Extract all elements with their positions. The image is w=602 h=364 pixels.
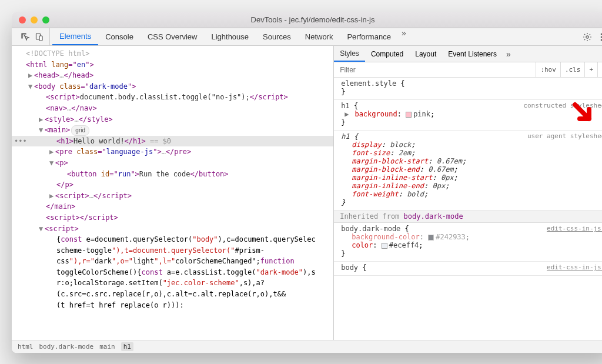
tab-elements[interactable]: Elements [52, 28, 98, 45]
rule-h1-ua: user agent stylesheet h1 { display: bloc… [334, 131, 602, 211]
style-source: user agent stylesheet [527, 132, 602, 140]
panel-position-icon[interactable] [597, 62, 602, 77]
inherited-from-bar: Inherited from body.dark-mode [334, 211, 602, 223]
inspect-icon[interactable] [19, 31, 32, 44]
color-swatch[interactable] [382, 243, 387, 249]
twisty-icon[interactable]: ▼ [39, 223, 45, 235]
tab-performance[interactable]: Performance [340, 28, 397, 45]
titlebar: DevTools - jec.fyi/demo/edit-css-in-js [12, 12, 602, 28]
twisty-icon[interactable]: ▶ [28, 70, 34, 81]
twisty-icon[interactable]: ▼ [28, 81, 34, 92]
device-mode-icon[interactable] [33, 31, 46, 44]
styles-panel: Styles Computed Layout Event Listeners »… [333, 46, 602, 340]
styles-tabs-overflow[interactable]: » [503, 49, 514, 59]
twisty-icon[interactable]: ▶ [49, 191, 55, 202]
styles-tab-layout[interactable]: Layout [409, 46, 442, 62]
styles-tab-computed[interactable]: Computed [365, 46, 409, 62]
svg-point-2 [586, 35, 588, 38]
crumb[interactable]: main [99, 343, 115, 350]
doctype-node: <!DOCTYPE html> [26, 49, 89, 58]
crumb[interactable]: html [18, 343, 34, 350]
main-toolbar: Elements Console CSS Overview Lighthouse… [12, 28, 602, 46]
styles-tabs: Styles Computed Layout Event Listeners » [334, 46, 602, 62]
main-content: <!DOCTYPE html> <html lang="en"> ▶<head>… [12, 46, 602, 340]
rule-body[interactable]: edit-css-in-js:1 body { [334, 262, 602, 276]
styles-tab-event-listeners[interactable]: Event Listeners [442, 46, 503, 62]
tab-sources[interactable]: Sources [256, 28, 298, 45]
inherited-from-element[interactable]: body.dark-mode [404, 212, 463, 221]
new-rule-button[interactable]: + [584, 62, 597, 77]
rule-body-dark-mode[interactable]: edit-css-in-js:1 body.dark-mode { backgr… [334, 223, 602, 262]
styles-filter-input[interactable] [334, 62, 536, 77]
twisty-icon[interactable]: ▼ [49, 158, 55, 169]
window-title: DevTools - jec.fyi/demo/edit-css-in-js [12, 15, 602, 24]
color-swatch[interactable] [428, 235, 434, 241]
gear-icon[interactable] [581, 31, 594, 44]
panel-tabs: Elements Console CSS Overview Lighthouse… [52, 28, 576, 45]
hov-button[interactable]: :hov [536, 62, 560, 77]
crumb[interactable]: body.dark-mode [39, 343, 94, 350]
color-swatch[interactable] [406, 112, 412, 118]
devtools-window: DevTools - jec.fyi/demo/edit-css-in-js E… [12, 12, 602, 353]
crumb-active[interactable]: h1 [121, 342, 133, 351]
styles-filter-row: :hov .cls + [334, 62, 602, 78]
style-source[interactable]: edit-css-in-js:1 [547, 225, 602, 232]
rule-element-style[interactable]: element.style { } [334, 78, 602, 100]
script-source: {const e=document.querySelector("body"),… [12, 234, 333, 310]
tab-network[interactable]: Network [298, 28, 340, 45]
tabs-overflow[interactable]: » [398, 28, 410, 45]
dom-breadcrumb: html body.dark-mode main h1 [12, 340, 602, 353]
tab-css-overview[interactable]: CSS Overview [141, 28, 205, 45]
twisty-icon[interactable]: ▼ [39, 125, 45, 136]
annotation-arrow-icon [571, 101, 596, 126]
kebab-icon[interactable] [595, 31, 602, 44]
dom-tree[interactable]: <!DOCTYPE html> <html lang="en"> ▶<head>… [12, 46, 333, 340]
styles-tab-styles[interactable]: Styles [334, 46, 365, 62]
selected-node[interactable]: ••• <h1>Hello world!</h1> == $0 [12, 136, 333, 147]
grid-badge[interactable]: grid [71, 125, 89, 136]
svg-rect-1 [39, 36, 42, 41]
more-actions-icon[interactable]: ••• [14, 136, 27, 147]
twisty-icon[interactable]: ▶ [49, 146, 55, 158]
style-source[interactable]: edit-css-in-js:1 [547, 263, 602, 271]
twisty-icon[interactable]: ▶ [39, 114, 45, 125]
rule-h1-constructed[interactable]: constructed stylesheet h1 { ▶ background… [334, 100, 602, 131]
tab-lighthouse[interactable]: Lighthouse [204, 28, 256, 45]
styles-body[interactable]: element.style { } constructed stylesheet… [334, 78, 602, 340]
tab-console[interactable]: Console [98, 28, 141, 45]
twisty-icon[interactable]: ▶ [345, 110, 350, 118]
cls-button[interactable]: .cls [560, 62, 585, 77]
